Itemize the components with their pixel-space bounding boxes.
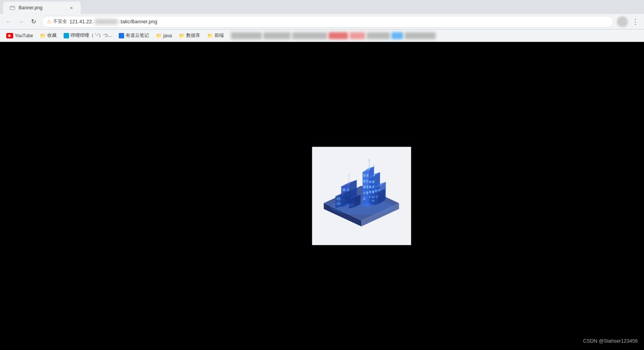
url-text: 121.41.22. :tatic/Banner.png bbox=[69, 19, 609, 25]
tab-bar: Banner.png ✕ bbox=[0, 0, 644, 14]
svg-rect-14 bbox=[367, 186, 369, 189]
svg-rect-9 bbox=[364, 174, 365, 177]
blurred-bookmarks bbox=[231, 32, 436, 39]
svg-marker-61 bbox=[349, 198, 355, 209]
blurred-bookmark-red bbox=[329, 32, 348, 39]
bookmark-database[interactable]: 📁 数据库 bbox=[176, 31, 203, 40]
youdao-icon bbox=[119, 33, 124, 38]
blurred-bookmark-blue bbox=[391, 32, 403, 39]
svg-point-31 bbox=[374, 165, 375, 166]
tab-close-button[interactable]: ✕ bbox=[68, 5, 74, 11]
blurred-bookmark-3 bbox=[292, 32, 327, 39]
bookmark-bilibili[interactable]: 哔哩哔哩（ '-'）つ... bbox=[61, 31, 115, 40]
bookmark-favorites-label: 收藏 bbox=[47, 32, 57, 39]
profile-icon bbox=[617, 16, 628, 27]
reload-button[interactable]: ↻ bbox=[28, 16, 39, 27]
bookmark-youdao[interactable]: 有道云笔记 bbox=[116, 31, 152, 40]
svg-point-63 bbox=[363, 203, 374, 207]
svg-rect-58 bbox=[376, 196, 378, 198]
svg-rect-28 bbox=[372, 191, 374, 193]
main-content: CSDN @Slahser123456 bbox=[0, 42, 644, 350]
browser-chrome: Banner.png ✕ ← → ↻ ⚠ 不安全 121.41.22. :tat… bbox=[0, 0, 644, 42]
svg-rect-52 bbox=[337, 198, 341, 201]
svg-rect-0 bbox=[10, 6, 15, 10]
blurred-bookmark-4 bbox=[367, 32, 390, 39]
svg-rect-27 bbox=[369, 191, 371, 193]
folder-icon-favorites: 📁 bbox=[40, 33, 46, 38]
forward-button[interactable]: → bbox=[16, 16, 26, 27]
toolbar-extras: ⋮ bbox=[617, 16, 641, 27]
bookmark-favorites[interactable]: 📁 收藏 bbox=[37, 31, 60, 40]
city-visual bbox=[312, 147, 411, 245]
warning-icon: ⚠ bbox=[47, 19, 52, 24]
address-bar: ← → ↻ ⚠ 不安全 121.41.22. :tatic/Banner.png… bbox=[0, 14, 644, 29]
svg-rect-35 bbox=[343, 189, 346, 191]
bookmark-youdao-label: 有道云笔记 bbox=[126, 32, 149, 39]
active-tab[interactable]: Banner.png ✕ bbox=[3, 2, 81, 14]
bookmark-youtube[interactable]: YouTube bbox=[3, 31, 36, 40]
svg-point-64 bbox=[345, 204, 354, 207]
bookmark-bilibili-label: 哔哩哔哩（ '-'）つ... bbox=[71, 32, 112, 39]
url-partial: 121.41.22. bbox=[69, 19, 93, 24]
youtube-icon bbox=[6, 33, 13, 38]
back-button[interactable]: ← bbox=[3, 16, 14, 27]
watermark: CSDN @Slahser123456 bbox=[583, 338, 638, 344]
blurred-bookmark-red2 bbox=[350, 32, 365, 39]
svg-rect-12 bbox=[367, 180, 369, 183]
bookmark-java-label: java bbox=[163, 33, 172, 38]
menu-button[interactable]: ⋮ bbox=[630, 16, 641, 27]
banner-container bbox=[312, 147, 411, 245]
security-warning: ⚠ 不安全 bbox=[47, 18, 67, 25]
svg-rect-10 bbox=[367, 174, 369, 177]
tab-favicon bbox=[9, 5, 16, 11]
svg-rect-16 bbox=[367, 192, 369, 194]
tab-title: Banner.png bbox=[19, 5, 65, 10]
bookmark-java[interactable]: 📁 java bbox=[153, 31, 175, 40]
bookmark-database-label: 数据库 bbox=[186, 32, 200, 39]
bookmark-youtube-label: YouTube bbox=[15, 33, 33, 38]
svg-rect-45 bbox=[375, 190, 377, 192]
svg-rect-36 bbox=[347, 189, 349, 191]
blurred-bookmark-2 bbox=[263, 32, 291, 39]
blurred-bookmark-5 bbox=[405, 32, 436, 39]
svg-point-19 bbox=[369, 159, 370, 161]
bookmarks-bar: YouTube 📁 收藏 哔哩哔哩（ '-'）つ... 有道云笔记 📁 java… bbox=[0, 29, 644, 42]
url-suffix: :tatic/Banner.png bbox=[119, 19, 158, 24]
nav-buttons: ← → ↻ bbox=[3, 16, 39, 27]
bookmark-frontend[interactable]: 📁 前端 bbox=[204, 31, 227, 40]
bookmark-frontend-label: 前端 bbox=[215, 32, 224, 39]
svg-rect-57 bbox=[372, 196, 375, 198]
blurred-bookmark-1 bbox=[231, 32, 262, 39]
url-bar[interactable]: ⚠ 不安全 121.41.22. :tatic/Banner.png bbox=[42, 16, 614, 28]
svg-rect-59 bbox=[372, 200, 375, 202]
svg-rect-53 bbox=[337, 202, 341, 205]
svg-point-41 bbox=[348, 174, 350, 175]
folder-icon-frontend: 📁 bbox=[207, 33, 213, 38]
svg-rect-23 bbox=[369, 181, 371, 183]
folder-icon-java: 📁 bbox=[156, 33, 162, 38]
bilibili-icon bbox=[64, 33, 69, 38]
banner-image bbox=[312, 147, 411, 245]
security-label: 不安全 bbox=[53, 18, 67, 25]
url-blurred bbox=[95, 19, 118, 24]
svg-rect-25 bbox=[369, 186, 371, 188]
folder-icon-database: 📁 bbox=[179, 33, 185, 38]
watermark-text: CSDN @Slahser123456 bbox=[583, 338, 638, 344]
